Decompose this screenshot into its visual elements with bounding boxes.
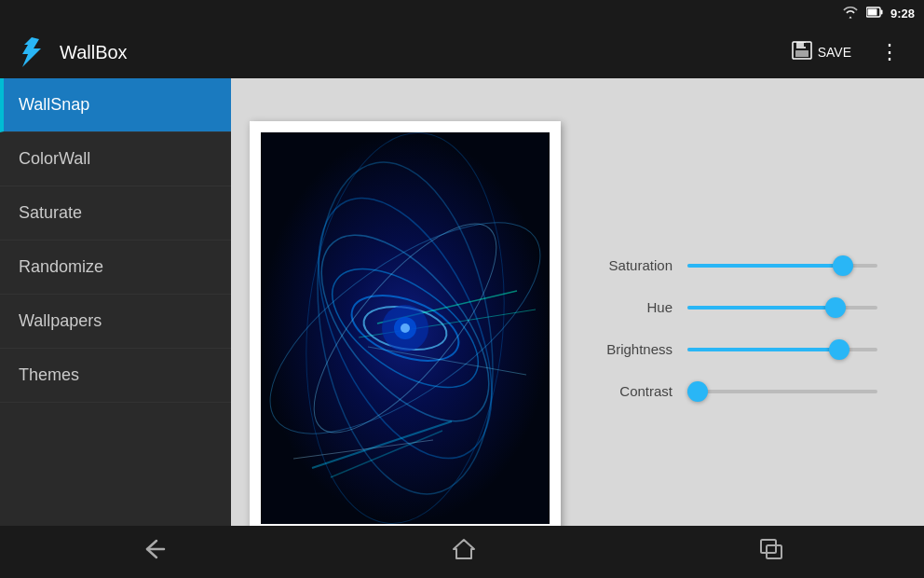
preview-image <box>261 132 550 524</box>
controls-panel: Saturation Hue Brightness <box>561 239 905 418</box>
battery-icon <box>866 7 883 21</box>
bottom-nav <box>0 526 924 578</box>
save-button[interactable]: SAVE <box>782 35 861 70</box>
sidebar: WallSnap ColorWall Saturate Randomize Wa… <box>0 78 231 578</box>
sidebar-item-saturate[interactable]: Saturate <box>0 186 231 241</box>
main-layout: WallSnap ColorWall Saturate Randomize Wa… <box>0 78 924 578</box>
image-preview-container <box>250 121 561 535</box>
svg-rect-1 <box>867 8 876 15</box>
hue-track <box>687 306 877 310</box>
hue-row: Hue <box>589 299 877 315</box>
back-icon <box>142 539 168 559</box>
brightness-track <box>687 348 877 351</box>
svg-rect-7 <box>804 43 806 47</box>
more-button[interactable]: ⋮ <box>872 34 909 70</box>
content-area: Saturation Hue Brightness <box>231 78 924 578</box>
saturation-track <box>687 264 877 268</box>
app-bar: WallBox SAVE ⋮ <box>0 26 924 78</box>
brightness-row: Brightness <box>589 341 877 357</box>
sidebar-item-colorwall[interactable]: ColorWall <box>0 132 231 186</box>
wifi-icon <box>842 6 859 21</box>
svg-rect-2 <box>880 9 882 14</box>
sidebar-item-randomize[interactable]: Randomize <box>0 241 231 295</box>
home-button[interactable] <box>424 529 504 575</box>
recent-button[interactable] <box>732 530 810 574</box>
hue-label: Hue <box>589 299 673 315</box>
saturation-label: Saturation <box>589 257 673 273</box>
contrast-track <box>687 390 877 393</box>
brightness-label: Brightness <box>589 341 673 357</box>
recent-icon <box>760 539 782 559</box>
status-bar: 9:28 <box>0 0 924 26</box>
svg-rect-6 <box>795 50 808 57</box>
home-icon <box>452 538 476 560</box>
back-button[interactable] <box>114 530 196 574</box>
contrast-row: Contrast <box>589 383 877 399</box>
sidebar-item-wallpapers[interactable]: Wallpapers <box>0 295 231 349</box>
sidebar-item-themes[interactable]: Themes <box>0 349 231 403</box>
contrast-label: Contrast <box>589 383 673 399</box>
status-time: 9:28 <box>890 7 915 21</box>
saturation-row: Saturation <box>589 257 877 273</box>
sidebar-item-wallsnap[interactable]: WallSnap <box>0 78 231 132</box>
save-label: SAVE <box>818 45 851 60</box>
svg-point-23 <box>401 323 410 333</box>
app-logo <box>15 35 48 69</box>
swirl-svg <box>261 132 550 524</box>
app-title: WallBox <box>60 42 771 63</box>
image-frame <box>250 121 561 535</box>
svg-marker-3 <box>22 37 41 67</box>
save-icon <box>792 41 812 64</box>
